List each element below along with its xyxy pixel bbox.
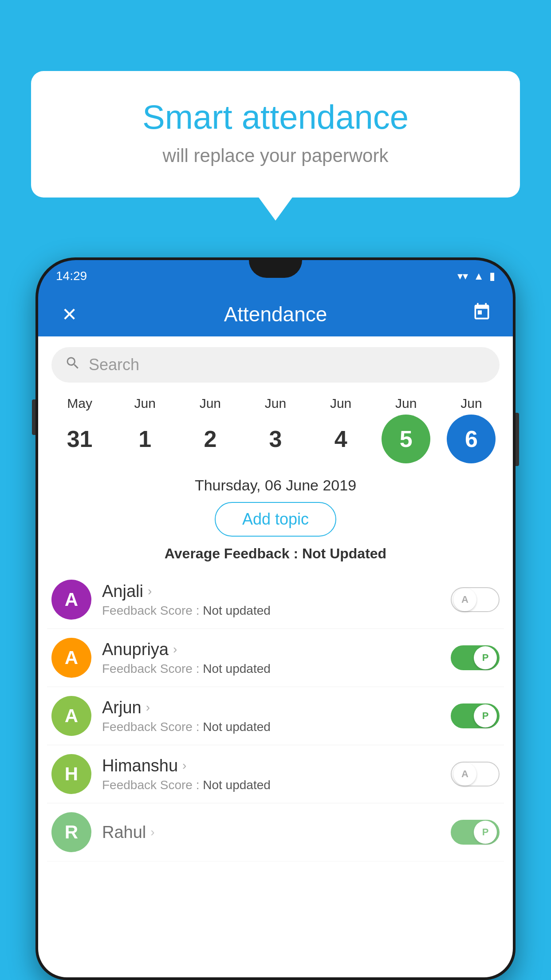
cal-date-5[interactable]: 5 bbox=[382, 415, 430, 463]
signal-icon: ▲ bbox=[473, 270, 484, 282]
search-icon bbox=[65, 355, 81, 375]
cal-col-4[interactable]: Jun 4 bbox=[310, 396, 372, 463]
cal-month-3: Jun bbox=[265, 396, 286, 411]
calendar-dates: May 31 Jun 1 Jun 2 Jun 3 bbox=[47, 396, 504, 463]
toggle-on[interactable]: P bbox=[451, 703, 500, 728]
table-row[interactable]: A Arjun › Feedback Score : Not updated P bbox=[47, 687, 504, 745]
student-info: Himanshu › Feedback Score : Not updated bbox=[102, 756, 440, 792]
close-button[interactable]: ✕ bbox=[56, 304, 83, 325]
attendance-toggle[interactable]: P bbox=[451, 703, 500, 728]
avatar: A bbox=[51, 638, 91, 678]
table-row[interactable]: H Himanshu › Feedback Score : Not update… bbox=[47, 745, 504, 803]
cal-date-0[interactable]: 31 bbox=[55, 415, 104, 463]
student-name: Anupriya › bbox=[102, 640, 440, 659]
cal-col-1[interactable]: Jun 1 bbox=[114, 396, 176, 463]
cal-month-4: Jun bbox=[330, 396, 351, 411]
student-info: Arjun › Feedback Score : Not updated bbox=[102, 698, 440, 734]
toggle-off[interactable]: A bbox=[451, 762, 500, 786]
speech-bubble: Smart attendance will replace your paper… bbox=[31, 71, 520, 198]
student-list: A Anjali › Feedback Score : Not updated … bbox=[38, 571, 513, 861]
student-name: Rahul › bbox=[102, 823, 440, 842]
toggle-on[interactable]: P bbox=[451, 645, 500, 670]
student-info: Anupriya › Feedback Score : Not updated bbox=[102, 640, 440, 676]
cal-col-5[interactable]: Jun 5 bbox=[375, 396, 437, 463]
chevron-right-icon: › bbox=[150, 825, 154, 839]
cal-month-6: Jun bbox=[460, 396, 482, 411]
cal-col-0[interactable]: May 31 bbox=[49, 396, 111, 463]
calendar-strip: May 31 Jun 1 Jun 2 Jun 3 bbox=[38, 391, 513, 472]
toggle-knob: P bbox=[474, 704, 497, 727]
avg-feedback-label: Average Feedback : bbox=[165, 545, 302, 561]
app-bar-title: Attendance bbox=[96, 302, 455, 326]
student-info: Anjali › Feedback Score : Not updated bbox=[102, 582, 440, 618]
cal-date-6[interactable]: 6 bbox=[447, 415, 496, 463]
avatar: A bbox=[51, 580, 91, 620]
cal-col-2[interactable]: Jun 2 bbox=[179, 396, 241, 463]
avatar: H bbox=[51, 754, 91, 794]
status-time: 14:29 bbox=[56, 269, 87, 283]
attendance-toggle[interactable]: A bbox=[451, 762, 500, 786]
bubble-title: Smart attendance bbox=[67, 98, 484, 136]
cal-col-3[interactable]: Jun 3 bbox=[244, 396, 307, 463]
phone-frame: 14:29 ▾▾ ▲ ▮ ✕ Attendance bbox=[35, 257, 516, 980]
selected-date-label: Thursday, 06 June 2019 bbox=[38, 472, 513, 502]
attendance-toggle[interactable]: P bbox=[451, 645, 500, 670]
add-topic-button[interactable]: Add topic bbox=[215, 502, 336, 537]
cal-month-1: Jun bbox=[134, 396, 156, 411]
bubble-subtitle: will replace your paperwork bbox=[67, 145, 484, 166]
chevron-right-icon: › bbox=[173, 642, 177, 656]
toggle-knob: P bbox=[474, 646, 497, 669]
table-row[interactable]: A Anjali › Feedback Score : Not updated … bbox=[47, 571, 504, 629]
avg-feedback: Average Feedback : Not Updated bbox=[38, 545, 513, 562]
search-placeholder: Search bbox=[89, 356, 139, 374]
cal-month-0: May bbox=[67, 396, 92, 411]
student-name: Arjun › bbox=[102, 698, 440, 717]
cal-date-1[interactable]: 1 bbox=[121, 415, 169, 463]
cal-date-3[interactable]: 3 bbox=[251, 415, 300, 463]
chevron-right-icon: › bbox=[146, 700, 150, 715]
avg-feedback-value: Not Updated bbox=[302, 545, 386, 561]
table-row[interactable]: A Anupriya › Feedback Score : Not update… bbox=[47, 629, 504, 687]
feedback-score: Feedback Score : Not updated bbox=[102, 778, 440, 792]
student-name: Himanshu › bbox=[102, 756, 440, 775]
attendance-toggle[interactable]: P bbox=[451, 820, 500, 845]
calendar-button[interactable] bbox=[468, 302, 495, 326]
chevron-right-icon: › bbox=[182, 759, 186, 773]
toggle-off[interactable]: A bbox=[451, 587, 500, 612]
phone-inner: 14:29 ▾▾ ▲ ▮ ✕ Attendance bbox=[38, 260, 513, 977]
avatar: R bbox=[51, 812, 91, 852]
student-info: Rahul › bbox=[102, 823, 440, 842]
side-button-right bbox=[516, 413, 519, 466]
feedback-score: Feedback Score : Not updated bbox=[102, 604, 440, 618]
app-bar: ✕ Attendance bbox=[38, 292, 513, 336]
toggle-knob: A bbox=[453, 763, 476, 786]
chevron-right-icon: › bbox=[148, 584, 152, 598]
screen-content: Search May 31 Jun 1 Jun 2 bbox=[38, 336, 513, 977]
speech-bubble-wrapper: Smart attendance will replace your paper… bbox=[31, 71, 520, 198]
avatar: A bbox=[51, 696, 91, 736]
wifi-icon: ▾▾ bbox=[457, 270, 468, 282]
search-bar[interactable]: Search bbox=[51, 347, 500, 383]
cal-date-2[interactable]: 2 bbox=[186, 415, 235, 463]
cal-date-4[interactable]: 4 bbox=[316, 415, 365, 463]
cal-month-2: Jun bbox=[200, 396, 221, 411]
status-icons: ▾▾ ▲ ▮ bbox=[457, 270, 495, 282]
battery-icon: ▮ bbox=[489, 270, 495, 282]
side-button-left bbox=[32, 399, 35, 435]
toggle-on[interactable]: P bbox=[451, 820, 500, 845]
cal-col-6[interactable]: Jun 6 bbox=[440, 396, 502, 463]
toggle-knob: A bbox=[453, 588, 476, 611]
toggle-knob: P bbox=[474, 821, 497, 844]
feedback-score: Feedback Score : Not updated bbox=[102, 720, 440, 734]
feedback-score: Feedback Score : Not updated bbox=[102, 662, 440, 676]
cal-month-5: Jun bbox=[395, 396, 417, 411]
student-name: Anjali › bbox=[102, 582, 440, 601]
status-bar: 14:29 ▾▾ ▲ ▮ bbox=[38, 260, 513, 292]
attendance-toggle[interactable]: A bbox=[451, 587, 500, 612]
table-row[interactable]: R Rahul › P bbox=[47, 803, 504, 861]
